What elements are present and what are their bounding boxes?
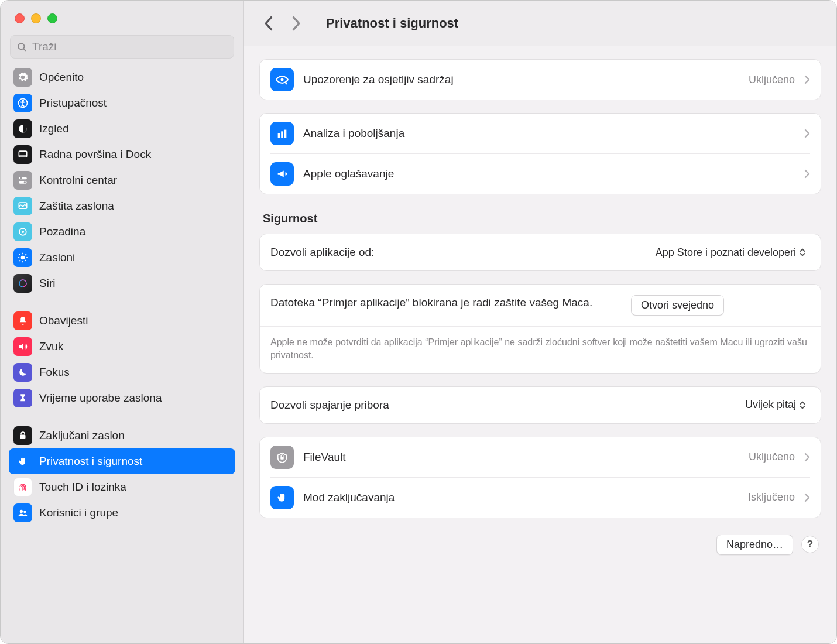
close-window-button[interactable] — [15, 13, 25, 23]
main-panel: Privatnost i sigurnost Upozorenje za osj… — [244, 1, 836, 643]
zoom-window-button[interactable] — [47, 13, 57, 23]
row-analytics[interactable]: Analiza i poboljšanja — [260, 114, 821, 153]
sidebar-item-label: Touch ID i lozinka — [39, 481, 126, 494]
svg-line-20 — [25, 260, 26, 261]
search-placeholder: Traži — [32, 40, 57, 53]
sidebar-item-label: Zvuk — [39, 340, 63, 353]
megaphone-icon — [270, 162, 294, 186]
sidebar-item-screen-time[interactable]: Vrijeme uporabe zaslona — [9, 385, 235, 411]
fingerprint-icon — [13, 478, 32, 496]
stepper-icon — [800, 248, 805, 256]
hand-icon — [270, 486, 294, 509]
back-button[interactable] — [260, 15, 277, 32]
svg-line-1 — [23, 49, 26, 51]
row-status: Uključeno — [749, 451, 795, 463]
card-filevault-lockdown: FileVault Uključeno Mod zaključavanja Is… — [259, 437, 821, 518]
row-allow-apps: Dozvoli aplikacije od: App Store i pozna… — [260, 234, 821, 270]
row-accessories: Dozvoli spajanje pribora Uvijek pitaj — [260, 387, 821, 423]
svg-point-0 — [18, 43, 24, 49]
sidebar-item-screensaver[interactable]: Zaštita zaslona — [9, 193, 235, 219]
row-apple-advertising[interactable]: Apple oglašavanje — [270, 153, 810, 194]
search-input[interactable]: Traži — [10, 35, 234, 59]
sidebar-item-privacy-security[interactable]: Privatnost i sigurnost — [9, 448, 235, 474]
allow-apps-select[interactable]: App Store i poznati developeri — [651, 245, 810, 260]
svg-rect-32 — [278, 133, 280, 138]
sidebar-item-label: Kontrolni centar — [39, 174, 117, 187]
svg-line-22 — [25, 254, 26, 255]
lock-screen-icon — [13, 426, 32, 445]
row-label: Analiza i poboljšanja — [303, 127, 795, 140]
open-anyway-button[interactable]: Otvori svejedno — [631, 295, 724, 316]
sidebar-item-appearance[interactable]: Izgled — [9, 116, 235, 142]
svg-point-29 — [20, 510, 23, 513]
svg-line-21 — [19, 260, 20, 261]
row-filevault[interactable]: FileVault Uključeno — [260, 437, 821, 477]
svg-rect-5 — [19, 151, 26, 157]
window-controls — [1, 9, 243, 32]
accessories-label: Dozvoli spajanje pribora — [270, 399, 731, 412]
wallpaper-icon — [13, 222, 32, 241]
sidebar-item-users-groups[interactable]: Korisnici i grupe — [9, 500, 235, 526]
sidebar-item-siri[interactable]: Siri — [9, 270, 235, 296]
blocked-description: Apple ne može potvrditi da aplikacija “P… — [260, 326, 821, 373]
control-center-icon — [13, 171, 32, 190]
filevault-icon — [270, 446, 294, 469]
moon-icon — [13, 363, 32, 382]
chevron-right-icon — [804, 75, 810, 84]
sidebar-item-label: Privatnost i sigurnost — [39, 455, 142, 468]
row-lockdown-mode[interactable]: Mod zaključavanja Isključeno — [270, 477, 810, 518]
sidebar-item-displays[interactable]: Zasloni — [9, 245, 235, 270]
advanced-button[interactable]: Napredno… — [716, 535, 793, 555]
sidebar-item-notifications[interactable]: Obavijesti — [9, 308, 235, 334]
help-button[interactable]: ? — [801, 536, 819, 553]
sidebar-item-label: Pristupačnost — [39, 97, 107, 109]
svg-rect-34 — [284, 130, 287, 138]
section-header-security: Sigurnost — [259, 207, 821, 234]
settings-window: Traži Općenito Pristupačnost I — [0, 0, 837, 644]
blocked-message: Datoteka “Primjer aplikacije” blokirana … — [270, 295, 622, 310]
gear-icon — [13, 68, 32, 87]
dock-icon — [13, 145, 32, 164]
minimize-window-button[interactable] — [31, 13, 41, 23]
allow-apps-label: Dozvoli aplikacije od: — [270, 246, 642, 259]
sidebar-item-sound[interactable]: Zvuk — [9, 334, 235, 359]
displays-icon — [13, 248, 32, 267]
chevron-right-icon — [804, 129, 810, 138]
sidebar-item-touch-id[interactable]: Touch ID i lozinka — [9, 474, 235, 500]
svg-point-26 — [21, 437, 22, 438]
stepper-icon — [800, 401, 805, 409]
chevron-right-icon — [804, 493, 810, 502]
sidebar-item-label: Općenito — [39, 71, 84, 84]
sidebar-item-general[interactable]: Općenito — [9, 64, 235, 90]
sidebar-item-focus[interactable]: Fokus — [9, 359, 235, 385]
sidebar: Traži Općenito Pristupačnost I — [1, 1, 244, 643]
svg-point-3 — [22, 100, 24, 102]
chevron-right-icon — [804, 453, 810, 462]
forward-button[interactable] — [287, 15, 304, 32]
footer-row: Napredno… ? — [259, 531, 821, 560]
sidebar-item-desktop-dock[interactable]: Radna površina i Dock — [9, 142, 235, 167]
sidebar-item-label: Pozadina — [39, 225, 85, 238]
svg-point-28 — [24, 437, 25, 438]
sidebar-item-accessibility[interactable]: Pristupačnost — [9, 90, 235, 116]
page-title: Privatnost i sigurnost — [326, 16, 458, 31]
svg-point-27 — [22, 437, 23, 438]
sidebar-item-label: Zasloni — [39, 251, 75, 264]
row-blocked-message: Datoteka “Primjer aplikacije” blokirana … — [260, 285, 821, 326]
accessories-select[interactable]: Uvijek pitaj — [740, 398, 810, 412]
row-status: Isključeno — [748, 491, 795, 503]
sound-icon — [13, 337, 32, 356]
sidebar-item-lock-screen[interactable]: Zaključani zaslon — [9, 423, 235, 448]
select-value: Uvijek pitaj — [745, 399, 796, 411]
sidebar-item-label: Izgled — [39, 122, 69, 135]
content-scroll[interactable]: Upozorenje za osjetljiv sadržaj Uključen… — [244, 46, 836, 643]
sidebar-item-control-center[interactable]: Kontrolni centar — [9, 167, 235, 193]
bell-icon — [13, 311, 32, 330]
sidebar-item-label: Radna površina i Dock — [39, 148, 151, 161]
sidebar-item-wallpaper[interactable]: Pozadina — [9, 219, 235, 245]
svg-point-13 — [22, 231, 24, 233]
svg-point-9 — [20, 177, 22, 179]
row-sensitive-content[interactable]: Upozorenje za osjetljiv sadržaj Uključen… — [260, 60, 821, 100]
row-label: Upozorenje za osjetljiv sadržaj — [303, 73, 739, 86]
sidebar-list: Općenito Pristupačnost Izgled Radna povr… — [1, 64, 243, 534]
